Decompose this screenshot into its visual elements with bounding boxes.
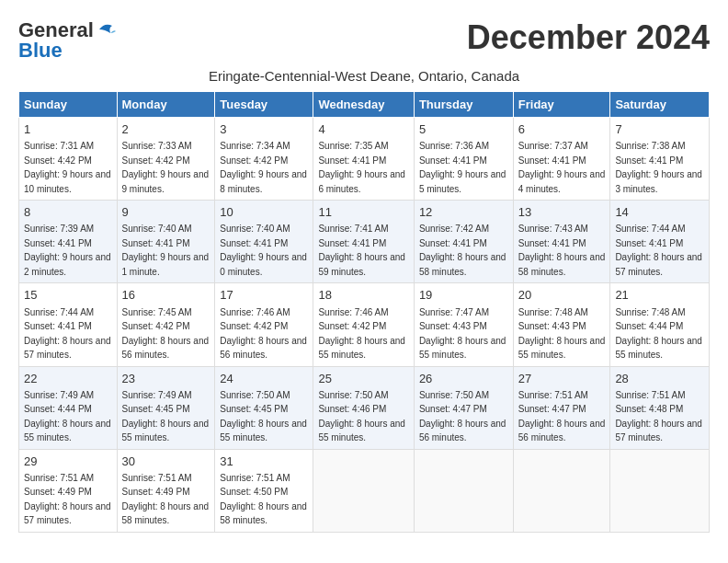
day-number: 5 bbox=[419, 121, 508, 138]
day-number: 12 bbox=[419, 204, 508, 221]
calendar-cell: 16Sunrise: 7:45 AMSunset: 4:42 PMDayligh… bbox=[117, 283, 215, 366]
location-title: Eringate-Centennial-West Deane, Ontario,… bbox=[18, 68, 710, 84]
calendar-cell: 13Sunrise: 7:43 AMSunset: 4:41 PMDayligh… bbox=[513, 201, 610, 283]
calendar-cell: 28Sunrise: 7:51 AMSunset: 4:48 PMDayligh… bbox=[610, 366, 710, 449]
cell-text: Sunrise: 7:48 AMSunset: 4:44 PMDaylight:… bbox=[615, 307, 702, 361]
cell-text: Sunrise: 7:46 AMSunset: 4:42 PMDaylight:… bbox=[318, 307, 405, 361]
day-number: 20 bbox=[518, 287, 606, 304]
calendar-cell: 27Sunrise: 7:51 AMSunset: 4:47 PMDayligh… bbox=[513, 366, 610, 449]
cell-text: Sunrise: 7:51 AMSunset: 4:49 PMDaylight:… bbox=[122, 473, 210, 526]
cell-text: Sunrise: 7:50 AMSunset: 4:47 PMDaylight:… bbox=[419, 390, 506, 443]
day-header-tuesday: Tuesday bbox=[215, 92, 313, 118]
day-number: 18 bbox=[318, 287, 408, 304]
day-number: 3 bbox=[220, 121, 308, 138]
cell-text: Sunrise: 7:34 AMSunset: 4:42 PMDaylight:… bbox=[220, 141, 307, 194]
calendar-cell: 24Sunrise: 7:50 AMSunset: 4:45 PMDayligh… bbox=[215, 366, 313, 449]
calendar-cell: 3Sunrise: 7:34 AMSunset: 4:42 PMDaylight… bbox=[215, 118, 313, 201]
calendar-cell: 8Sunrise: 7:39 AMSunset: 4:41 PMDaylight… bbox=[19, 201, 118, 283]
day-number: 29 bbox=[24, 454, 112, 470]
calendar-cell: 11Sunrise: 7:41 AMSunset: 4:41 PMDayligh… bbox=[313, 201, 414, 283]
day-number: 15 bbox=[24, 287, 112, 304]
day-number: 25 bbox=[318, 371, 408, 387]
day-number: 21 bbox=[615, 287, 704, 304]
calendar-cell: 19Sunrise: 7:47 AMSunset: 4:43 PMDayligh… bbox=[414, 283, 513, 366]
day-number: 26 bbox=[419, 371, 508, 387]
calendar-table: SundayMondayTuesdayWednesdayThursdayFrid… bbox=[18, 91, 710, 533]
cell-text: Sunrise: 7:48 AMSunset: 4:43 PMDaylight:… bbox=[518, 307, 606, 361]
cell-text: Sunrise: 7:33 AMSunset: 4:42 PMDaylight:… bbox=[122, 141, 210, 194]
cell-text: Sunrise: 7:51 AMSunset: 4:47 PMDaylight:… bbox=[518, 390, 606, 443]
day-number: 27 bbox=[518, 371, 606, 387]
cell-text: Sunrise: 7:44 AMSunset: 4:41 PMDaylight:… bbox=[615, 224, 702, 277]
calendar-cell: 17Sunrise: 7:46 AMSunset: 4:42 PMDayligh… bbox=[215, 283, 313, 366]
day-header-friday: Friday bbox=[513, 92, 610, 118]
calendar-cell: 7Sunrise: 7:38 AMSunset: 4:41 PMDaylight… bbox=[610, 118, 710, 201]
day-number: 24 bbox=[220, 371, 308, 387]
calendar-cell bbox=[313, 449, 414, 532]
calendar-cell: 9Sunrise: 7:40 AMSunset: 4:41 PMDaylight… bbox=[117, 201, 215, 283]
calendar-cell: 31Sunrise: 7:51 AMSunset: 4:50 PMDayligh… bbox=[215, 449, 313, 532]
calendar-cell: 4Sunrise: 7:35 AMSunset: 4:41 PMDaylight… bbox=[313, 118, 414, 201]
cell-text: Sunrise: 7:35 AMSunset: 4:41 PMDaylight:… bbox=[318, 141, 405, 194]
day-number: 30 bbox=[122, 454, 210, 470]
cell-text: Sunrise: 7:49 AMSunset: 4:44 PMDaylight:… bbox=[24, 390, 111, 443]
cell-text: Sunrise: 7:42 AMSunset: 4:41 PMDaylight:… bbox=[419, 224, 506, 277]
cell-text: Sunrise: 7:51 AMSunset: 4:50 PMDaylight:… bbox=[220, 473, 307, 526]
day-number: 6 bbox=[518, 121, 606, 138]
day-header-thursday: Thursday bbox=[414, 92, 513, 118]
cell-text: Sunrise: 7:45 AMSunset: 4:42 PMDaylight:… bbox=[122, 307, 210, 361]
calendar-cell: 10Sunrise: 7:40 AMSunset: 4:41 PMDayligh… bbox=[215, 201, 313, 283]
day-number: 10 bbox=[220, 204, 308, 221]
day-number: 31 bbox=[220, 454, 308, 470]
day-number: 2 bbox=[122, 121, 210, 138]
logo: General Blue bbox=[18, 18, 116, 63]
cell-text: Sunrise: 7:46 AMSunset: 4:42 PMDaylight:… bbox=[220, 307, 307, 361]
calendar-cell: 2Sunrise: 7:33 AMSunset: 4:42 PMDaylight… bbox=[117, 118, 215, 201]
day-number: 16 bbox=[122, 287, 210, 304]
day-number: 4 bbox=[318, 121, 408, 138]
cell-text: Sunrise: 7:36 AMSunset: 4:41 PMDaylight:… bbox=[419, 141, 506, 194]
cell-text: Sunrise: 7:39 AMSunset: 4:41 PMDaylight:… bbox=[24, 224, 111, 277]
calendar-cell bbox=[513, 449, 610, 532]
cell-text: Sunrise: 7:49 AMSunset: 4:45 PMDaylight:… bbox=[122, 390, 210, 443]
cell-text: Sunrise: 7:51 AMSunset: 4:48 PMDaylight:… bbox=[615, 390, 702, 443]
calendar-cell: 30Sunrise: 7:51 AMSunset: 4:49 PMDayligh… bbox=[117, 449, 215, 532]
day-number: 19 bbox=[419, 287, 508, 304]
month-title: December 2024 bbox=[467, 18, 710, 57]
day-number: 11 bbox=[318, 204, 408, 221]
calendar-cell: 29Sunrise: 7:51 AMSunset: 4:49 PMDayligh… bbox=[19, 449, 118, 532]
day-number: 13 bbox=[518, 204, 606, 221]
cell-text: Sunrise: 7:50 AMSunset: 4:46 PMDaylight:… bbox=[318, 390, 405, 443]
calendar-cell: 25Sunrise: 7:50 AMSunset: 4:46 PMDayligh… bbox=[313, 366, 414, 449]
day-number: 28 bbox=[615, 371, 704, 387]
calendar-cell: 18Sunrise: 7:46 AMSunset: 4:42 PMDayligh… bbox=[313, 283, 414, 366]
calendar-cell: 1Sunrise: 7:31 AMSunset: 4:42 PMDaylight… bbox=[19, 118, 118, 201]
cell-text: Sunrise: 7:43 AMSunset: 4:41 PMDaylight:… bbox=[518, 224, 606, 277]
day-number: 22 bbox=[24, 371, 112, 387]
day-number: 17 bbox=[220, 287, 308, 304]
calendar-cell: 12Sunrise: 7:42 AMSunset: 4:41 PMDayligh… bbox=[414, 201, 513, 283]
calendar-cell: 20Sunrise: 7:48 AMSunset: 4:43 PMDayligh… bbox=[513, 283, 610, 366]
cell-text: Sunrise: 7:40 AMSunset: 4:41 PMDaylight:… bbox=[220, 224, 307, 277]
cell-text: Sunrise: 7:51 AMSunset: 4:49 PMDaylight:… bbox=[24, 473, 111, 526]
logo-blue-text: Blue bbox=[18, 39, 63, 63]
calendar-cell: 23Sunrise: 7:49 AMSunset: 4:45 PMDayligh… bbox=[117, 366, 215, 449]
day-header-saturday: Saturday bbox=[610, 92, 710, 118]
day-header-monday: Monday bbox=[117, 92, 215, 118]
day-number: 8 bbox=[24, 204, 112, 221]
calendar-cell bbox=[414, 449, 513, 532]
day-number: 14 bbox=[615, 204, 704, 221]
day-number: 7 bbox=[615, 121, 704, 138]
calendar-cell: 22Sunrise: 7:49 AMSunset: 4:44 PMDayligh… bbox=[19, 366, 118, 449]
day-number: 9 bbox=[122, 204, 210, 221]
calendar-cell: 6Sunrise: 7:37 AMSunset: 4:41 PMDaylight… bbox=[513, 118, 610, 201]
cell-text: Sunrise: 7:50 AMSunset: 4:45 PMDaylight:… bbox=[220, 390, 307, 443]
cell-text: Sunrise: 7:44 AMSunset: 4:41 PMDaylight:… bbox=[24, 307, 111, 361]
calendar-cell bbox=[610, 449, 710, 532]
cell-text: Sunrise: 7:31 AMSunset: 4:42 PMDaylight:… bbox=[24, 141, 111, 194]
day-header-sunday: Sunday bbox=[19, 92, 118, 118]
calendar-cell: 14Sunrise: 7:44 AMSunset: 4:41 PMDayligh… bbox=[610, 201, 710, 283]
cell-text: Sunrise: 7:41 AMSunset: 4:41 PMDaylight:… bbox=[318, 224, 405, 277]
calendar-cell: 21Sunrise: 7:48 AMSunset: 4:44 PMDayligh… bbox=[610, 283, 710, 366]
cell-text: Sunrise: 7:37 AMSunset: 4:41 PMDaylight:… bbox=[518, 141, 606, 194]
